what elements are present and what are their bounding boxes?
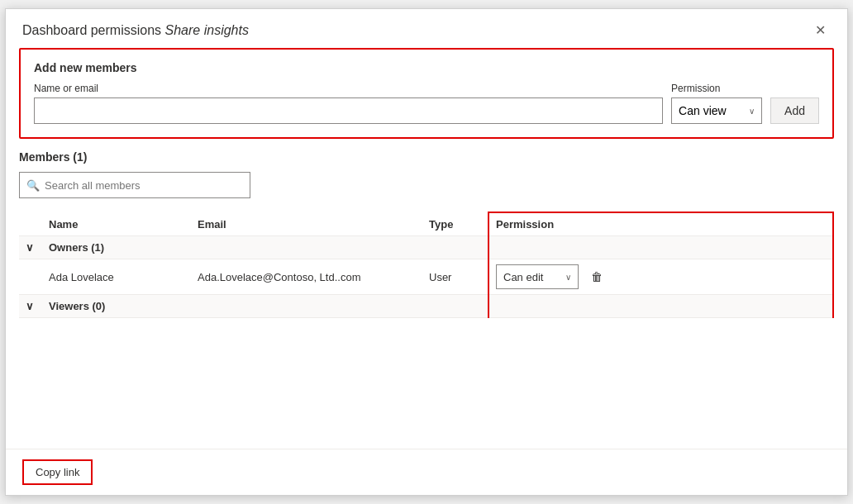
th-type: Type <box>422 212 488 236</box>
expand-viewers[interactable]: ∨ <box>19 295 42 318</box>
group-row-owners: ∨ Owners (1) <box>19 236 833 259</box>
member-permission-dropdown[interactable]: Can edit ∨ <box>496 264 579 289</box>
copy-link-button[interactable]: Copy link <box>22 459 93 485</box>
chevron-down-icon: ∨ <box>749 107 755 116</box>
dialog-title: Dashboard permissions Share insights <box>22 23 249 38</box>
search-input[interactable] <box>45 179 243 192</box>
add-members-section: Add new members Name or email Permission… <box>19 48 834 139</box>
chevron-down-icon: ∨ <box>565 273 571 282</box>
member-type: User <box>422 259 488 295</box>
th-expand <box>19 212 42 236</box>
member-email: Ada.Lovelace@Contoso, Ltd..com <box>191 259 422 295</box>
table-row: Ada Lovelace Ada.Lovelace@Contoso, Ltd..… <box>19 259 833 295</box>
owners-permission-cell <box>488 236 833 259</box>
th-permission: Permission <box>488 212 833 236</box>
dashboard-permissions-dialog: Dashboard permissions Share insights ✕ A… <box>5 8 848 496</box>
name-email-input[interactable] <box>34 97 663 124</box>
name-email-group: Name or email <box>34 83 663 124</box>
permission-label: Permission <box>671 83 762 94</box>
close-button[interactable]: ✕ <box>810 21 831 40</box>
th-name: Name <box>42 212 191 236</box>
add-button[interactable]: Add <box>770 97 819 124</box>
members-table: Name Email Type Permission ∨ Owners (1) <box>19 212 834 318</box>
group-row-viewers: ∨ Viewers (0) <box>19 295 833 318</box>
member-name: Ada Lovelace <box>42 259 191 295</box>
members-section: Members (1) 🔍 Name Email Type Permission <box>6 150 847 449</box>
permission-cell-content: Can edit ∨ 🗑 <box>496 264 826 289</box>
search-box[interactable]: 🔍 <box>19 172 250 198</box>
expand-owners[interactable]: ∨ <box>19 236 42 259</box>
add-row: Name or email Permission Can view ∨ Add <box>34 83 819 124</box>
th-email: Email <box>191 212 422 236</box>
delete-member-button[interactable]: 🗑 <box>585 266 608 288</box>
dialog-footer: Copy link <box>6 449 847 495</box>
viewers-permission-cell <box>488 295 833 318</box>
owners-label: Owners (1) <box>42 236 488 259</box>
members-title: Members (1) <box>19 150 834 164</box>
member-permission-cell: Can edit ∨ 🗑 <box>488 259 833 295</box>
viewers-label: Viewers (0) <box>42 295 488 318</box>
add-members-title: Add new members <box>34 61 819 74</box>
dialog-header: Dashboard permissions Share insights ✕ <box>6 9 847 48</box>
indent-cell <box>19 259 42 295</box>
name-email-label: Name or email <box>34 83 663 94</box>
permission-value: Can view <box>679 104 727 117</box>
member-permission-value: Can edit <box>503 271 543 283</box>
permission-dropdown[interactable]: Can view ∨ <box>671 97 762 124</box>
search-icon: 🔍 <box>26 179 40 192</box>
permission-group: Permission Can view ∨ <box>671 83 762 124</box>
table-header-row: Name Email Type Permission <box>19 212 833 236</box>
